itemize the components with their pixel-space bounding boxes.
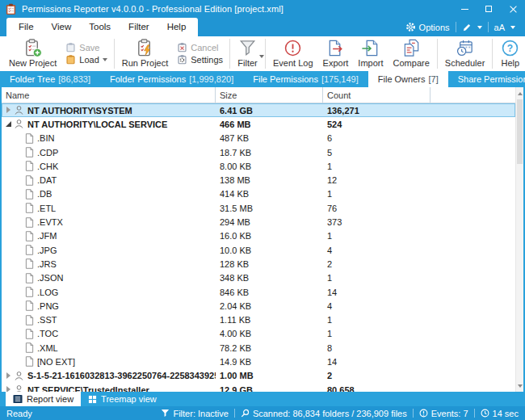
tab-label: Folder Permissions <box>110 74 186 84</box>
table-row[interactable]: .SST 1.11 KB 1 <box>2 313 515 326</box>
clock-icon <box>481 409 489 418</box>
table-row[interactable]: .JFM 16.0 KB 1 <box>2 229 515 243</box>
save-button[interactable]: Save <box>65 42 107 52</box>
table-row[interactable]: .PNG 2.04 KB 4 <box>2 299 515 313</box>
scrollbar-thumb[interactable] <box>517 99 523 164</box>
count-value: 6 <box>323 133 430 143</box>
vertical-scrollbar[interactable] <box>515 87 523 392</box>
table-row[interactable]: .CDP 18.7 KB 5 <box>2 145 515 159</box>
chevron-down-icon <box>477 26 482 29</box>
scheduler-button[interactable]: Scheduler <box>440 37 490 69</box>
file-icon <box>25 147 34 158</box>
size-value: 2.04 KB <box>216 301 323 311</box>
expand-arrow-icon[interactable] <box>5 372 12 380</box>
filter-button[interactable]: Filter <box>233 37 262 69</box>
import-button[interactable]: Import <box>353 37 388 69</box>
scroll-up-button[interactable] <box>516 88 523 99</box>
column-header-size[interactable]: Size <box>216 87 323 103</box>
tab-file-owners[interactable]: File Owners [7] <box>368 71 448 87</box>
chevron-down-icon <box>259 55 264 58</box>
tab-folder-tree[interactable]: Folder Tree [86,833] <box>0 71 100 87</box>
menu-view[interactable]: View <box>43 18 81 36</box>
tab-report-view[interactable]: Report view <box>6 392 81 406</box>
tab-folder-permissions[interactable]: Folder Permissions [1,999,820] <box>100 71 243 87</box>
title-bar: Permissions Reporter v4.0.0.0 - Professi… <box>0 0 525 18</box>
size-value: 846 KB <box>216 288 323 297</box>
expand-arrow-icon[interactable] <box>5 386 12 392</box>
table-row[interactable]: .ETL 31.5 MB 76 <box>2 201 515 215</box>
window-title: Permissions Reporter v4.0.0.0 - Professi… <box>22 4 284 14</box>
compare-button[interactable]: Compare <box>388 37 435 69</box>
menu-tools[interactable]: Tools <box>80 18 120 36</box>
toolbar: New Project Save Load Run Project Cancel <box>0 36 525 71</box>
new-project-button[interactable]: New Project <box>4 37 61 69</box>
filter-status-label: Filter: Inactive <box>173 409 228 418</box>
count-value: 2 <box>323 371 430 380</box>
export-button[interactable]: Export <box>318 37 354 69</box>
table-row[interactable]: .CHK 8.00 KB 1 <box>2 159 515 173</box>
run-project-icon <box>135 38 155 58</box>
run-project-button[interactable]: Run Project <box>117 37 173 69</box>
tab-share-permissions[interactable]: Share Permissions [17] <box>448 71 525 87</box>
tab-file-permissions[interactable]: File Permissions [175,149] <box>243 71 368 87</box>
save-icon <box>65 42 76 52</box>
owner-name: .CHK <box>37 162 58 171</box>
size-value: 14.9 KB <box>216 357 323 367</box>
minimize-button[interactable] <box>452 0 477 18</box>
settings-button[interactable]: Settings <box>177 54 223 65</box>
owner-name: NT SERVICE\TrustedInstaller <box>27 385 149 392</box>
save-label: Save <box>79 43 99 52</box>
theme-brush-button[interactable] <box>456 18 488 36</box>
user-icon <box>14 371 24 381</box>
table-row[interactable]: .DB 414 KB 1 <box>2 187 515 201</box>
column-header-name[interactable]: Name <box>2 87 216 103</box>
table-row[interactable]: .TOC 4.00 KB 1 <box>2 327 515 341</box>
table-row[interactable]: NT AUTHORITY\SYSTEM 6.41 GB 136,271 <box>2 103 515 117</box>
new-project-icon <box>23 38 43 58</box>
file-icon <box>25 245 34 255</box>
size-value: 466 MB <box>216 120 323 129</box>
owner-name: .LOG <box>37 288 58 297</box>
table-row[interactable]: [NO EXT] 14.9 KB 14 <box>2 355 515 368</box>
menu-file[interactable]: File <box>10 18 43 36</box>
help-button[interactable]: ? Help <box>495 37 525 69</box>
owner-name: .EVTX <box>37 217 63 227</box>
table-row[interactable]: .JRS 128 KB 2 <box>2 257 515 271</box>
size-value: 128 KB <box>216 259 323 269</box>
event-log-button[interactable]: Event Log <box>268 37 318 69</box>
expand-arrow-icon[interactable] <box>5 107 12 114</box>
owner-name: .TOC <box>37 329 58 338</box>
scroll-down-button[interactable] <box>516 380 523 391</box>
size-value: 8.00 KB <box>216 162 323 171</box>
size-value: 1.11 KB <box>216 315 323 325</box>
table-row[interactable]: .LOG 846 KB 14 <box>2 285 515 299</box>
menu-help[interactable]: Help <box>158 18 195 36</box>
column-header-count[interactable]: Count <box>323 87 430 103</box>
table-row[interactable]: NT SERVICE\TrustedInstaller 12.9 GB 80,6… <box>2 383 515 392</box>
view-tab-bar: Report view Treemap view <box>0 392 525 406</box>
table-row[interactable]: S-1-5-21-1616032813-3962250764-225834392… <box>2 369 515 383</box>
count-value: 80,658 <box>323 385 430 392</box>
event-log-label: Event Log <box>273 58 313 69</box>
close-button[interactable] <box>501 0 525 18</box>
count-value: 14 <box>323 288 430 297</box>
report-view-icon <box>13 394 23 404</box>
font-size-button[interactable]: aA <box>489 18 521 36</box>
status-scanned: Scanned: 86,834 folders / 236,909 files <box>241 409 407 418</box>
table-row[interactable]: .EVTX 294 MB 373 <box>2 215 515 229</box>
expand-arrow-icon[interactable] <box>5 120 12 128</box>
cancel-button[interactable]: Cancel <box>177 42 223 52</box>
table-row[interactable]: .JSON 348 KB 1 <box>2 271 515 285</box>
tab-treemap-view[interactable]: Treemap view <box>81 392 164 406</box>
load-button[interactable]: Load <box>65 54 107 65</box>
table-row[interactable]: NT AUTHORITY\LOCAL SERVICE 466 MB 524 <box>2 117 515 131</box>
table-row[interactable]: .DAT 138 MB 12 <box>2 173 515 187</box>
options-button[interactable]: Options <box>400 18 456 36</box>
maximize-button[interactable] <box>477 0 501 18</box>
table-row[interactable]: .XML 78.2 KB 8 <box>2 341 515 355</box>
import-label: Import <box>358 58 383 69</box>
menu-filter[interactable]: Filter <box>120 18 158 36</box>
menu-strip: File View Tools Filter Help <box>6 18 198 36</box>
table-row[interactable]: .JPG 10.0 KB 4 <box>2 243 515 257</box>
table-row[interactable]: .BIN 487 KB 6 <box>2 132 515 145</box>
